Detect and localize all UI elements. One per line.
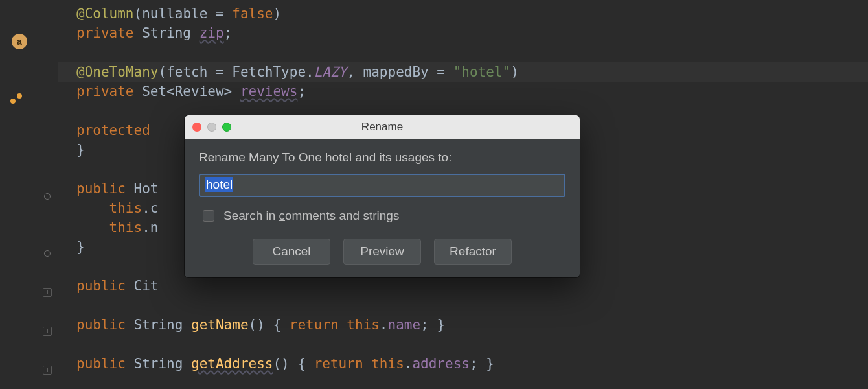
fold-expand-icon[interactable]: + [43,327,52,336]
rename-dialog: Rename Rename Many To One hotel and its … [185,115,580,277]
code-line[interactable]: public String getName() { return this.na… [58,315,868,335]
dialog-prompt: Rename Many To One hotel and its usages … [199,150,565,165]
window-close-icon[interactable] [192,123,201,132]
code-line [58,296,868,315]
fold-handle-icon[interactable] [44,193,51,200]
dialog-body: Rename Many To One hotel and its usages … [185,139,580,277]
editor-root: a + + + @Column(nullable = false) privat… [0,0,868,389]
fold-guide [47,200,47,250]
code-line [58,335,868,354]
window-zoom-icon[interactable] [222,123,231,132]
cancel-button[interactable]: Cancel [253,239,330,265]
window-minimize-icon[interactable] [207,123,216,132]
annotation-badge: a [12,34,27,49]
code-line[interactable]: private String zip; [58,23,868,43]
breakpoint-gutter[interactable]: a [0,0,39,389]
checkbox-icon[interactable] [203,210,214,222]
fold-expand-icon[interactable]: + [43,288,52,297]
search-comments-checkbox[interactable]: Search in comments and strings [199,209,565,223]
fold-expand-icon[interactable]: + [43,366,52,375]
code-line[interactable]: private Set<Review> reviews; [58,82,868,101]
checkbox-label: Search in comments and strings [223,209,399,223]
preview-button[interactable]: Preview [343,239,421,265]
refactor-button[interactable]: Refactor [434,239,512,265]
rename-input[interactable]: hotel [199,174,565,197]
window-controls [192,123,231,132]
code-line[interactable]: public String getAddress() { return this… [58,354,868,373]
fold-handle-icon[interactable] [44,250,51,257]
dialog-button-row: Cancel Preview Refactor [199,239,565,265]
related-links-icon[interactable] [9,92,27,106]
fold-gutter[interactable]: + + + [39,0,58,389]
dialog-titlebar[interactable]: Rename [185,115,580,139]
code-line[interactable]: @OneToMany(fetch = FetchType.LAZY, mappe… [58,62,868,82]
dialog-title: Rename [361,121,403,133]
code-line [58,43,868,62]
code-line[interactable]: @Column(nullable = false) [58,4,868,23]
code-line[interactable]: public Cit [58,276,868,296]
